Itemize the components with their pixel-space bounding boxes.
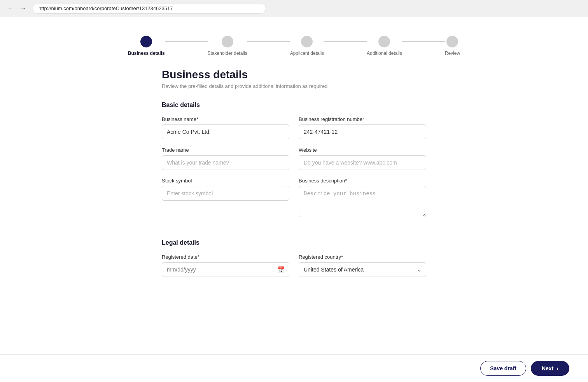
step-4-label: Additional details xyxy=(367,51,402,56)
browser-chrome: ← → http://nium.com/onboard/corporateCus… xyxy=(0,0,588,17)
step-2-circle xyxy=(222,36,233,47)
stock-symbol-field: Stock symbol xyxy=(162,178,289,217)
basic-details-heading: Basic details xyxy=(162,102,426,109)
website-field: Website xyxy=(299,147,426,170)
forward-button[interactable]: → xyxy=(19,4,28,13)
stepper: Business details Stakeholder details App… xyxy=(128,36,460,56)
business-desc-field: Business description* xyxy=(299,178,426,217)
registered-country-select[interactable]: United States of AmericaUnited KingdomCa… xyxy=(299,262,426,277)
step-stakeholder-details: Stakeholder details xyxy=(208,36,247,56)
trade-name-field: Trade name xyxy=(162,147,289,170)
form-container: Business details Review the pre-filled d… xyxy=(154,68,434,277)
step-additional-details: Additional details xyxy=(367,36,402,56)
registered-date-input[interactable] xyxy=(162,262,289,277)
registered-country-label: Registered country* xyxy=(299,254,426,260)
website-input[interactable] xyxy=(299,155,426,170)
business-name-input[interactable] xyxy=(162,124,289,139)
registered-date-label: Registered date* xyxy=(162,254,289,260)
form-row-legal: Registered date* 📅 Registered country* U… xyxy=(162,254,426,277)
save-draft-button[interactable]: Save draft xyxy=(480,361,526,376)
legal-details-heading: Legal details xyxy=(162,239,426,246)
url-bar[interactable]: http://nium.com/onboard/corporateCustome… xyxy=(33,3,266,14)
business-name-field: Business name* xyxy=(162,116,289,139)
back-button[interactable]: ← xyxy=(6,4,16,13)
form-row-1: Business name* Business registration num… xyxy=(162,116,426,139)
next-label: Next xyxy=(542,365,553,371)
trade-name-input[interactable] xyxy=(162,155,289,170)
chevron-right-icon: › xyxy=(556,365,558,371)
page-subtitle: Review the pre-filled details and provid… xyxy=(162,83,426,89)
business-desc-label: Business description* xyxy=(299,178,426,184)
business-reg-field: Business registration number xyxy=(299,116,426,139)
nav-buttons: ← → xyxy=(6,4,28,13)
website-label: Website xyxy=(299,147,426,153)
page-title: Business details xyxy=(162,68,426,81)
business-reg-label: Business registration number xyxy=(299,116,426,122)
step-3-circle xyxy=(301,36,313,47)
connector-4 xyxy=(402,41,445,42)
step-business-details: Business details xyxy=(128,36,165,56)
connector-2 xyxy=(247,41,290,42)
step-1-circle xyxy=(140,36,152,47)
step-3-label: Applicant details xyxy=(290,51,324,56)
page-content: Business details Stakeholder details App… xyxy=(0,17,588,382)
step-1-label: Business details xyxy=(128,51,165,56)
step-5-circle xyxy=(446,36,458,47)
business-reg-input[interactable] xyxy=(299,124,426,139)
step-5-label: Review xyxy=(445,51,460,56)
form-row-2: Trade name Website xyxy=(162,147,426,170)
step-review: Review xyxy=(445,36,460,56)
step-applicant-details: Applicant details xyxy=(290,36,324,56)
date-wrapper: 📅 xyxy=(162,262,289,277)
action-bar: Save draft Next › xyxy=(0,354,588,382)
stock-symbol-label: Stock symbol xyxy=(162,178,289,184)
form-row-3: Stock symbol Business description* xyxy=(162,178,426,217)
registered-country-field: Registered country* United States of Ame… xyxy=(299,254,426,277)
next-button[interactable]: Next › xyxy=(531,361,569,376)
business-desc-input[interactable] xyxy=(299,186,426,217)
stock-symbol-input[interactable] xyxy=(162,186,289,201)
trade-name-label: Trade name xyxy=(162,147,289,153)
section-divider xyxy=(162,228,426,228)
business-name-label: Business name* xyxy=(162,116,289,122)
country-select-wrapper: United States of AmericaUnited KingdomCa… xyxy=(299,262,426,277)
stepper-container: Business details Stakeholder details App… xyxy=(0,17,588,68)
connector-1 xyxy=(165,41,208,42)
registered-date-field: Registered date* 📅 xyxy=(162,254,289,277)
step-4-circle xyxy=(378,36,390,47)
step-2-label: Stakeholder details xyxy=(208,51,247,56)
connector-3 xyxy=(324,41,367,42)
